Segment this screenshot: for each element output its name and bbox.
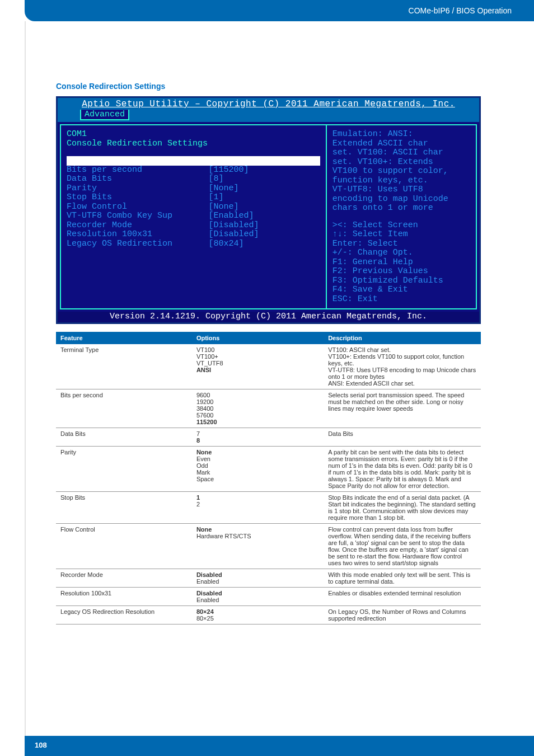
cell-options: 9600192003840057600115200 xyxy=(192,389,324,428)
bios-setting-row[interactable]: Parity[None] xyxy=(67,184,320,194)
bios-port: COM1 xyxy=(67,130,320,139)
bios-setting-row[interactable]: Resolution 100x31[Disabled] xyxy=(67,230,320,240)
bios-settings-pane: COM1 Console Redirection Settings Termin… xyxy=(60,124,327,309)
bios-setting-label: Stop Bits xyxy=(67,193,209,203)
cell-feature: Stop Bits xyxy=(56,492,192,524)
bios-setting-label: Legacy OS Redirection xyxy=(67,240,209,249)
bios-setting-row[interactable]: Stop Bits[1] xyxy=(67,193,320,203)
table-row: Resolution 100x31DisabledEnabledEnables … xyxy=(56,588,481,606)
bios-setting-row[interactable]: Terminal Type[ANSI] xyxy=(67,156,320,166)
col-options: Options xyxy=(192,332,324,344)
cell-description: On Legacy OS, the Number of Rows and Col… xyxy=(324,606,481,624)
bios-setting-label: Bits per second xyxy=(67,166,209,175)
bios-key-hint: ↑↓: Select Item xyxy=(332,230,470,240)
table-row: Flow ControlNoneHardware RTS/CTSFlow con… xyxy=(56,524,481,569)
bios-key-hint: ESC: Exit xyxy=(332,295,470,304)
bios-setting-value: [None] xyxy=(209,184,320,194)
bios-key-hint: F1: General Help xyxy=(332,258,470,267)
page-header: COMe-bIP6 / BIOS Operation xyxy=(25,0,534,21)
table-row: ParityNoneEvenOddMarkSpaceA parity bit c… xyxy=(56,447,481,492)
cell-feature: Terminal Type xyxy=(56,344,192,389)
cell-options: DisabledEnabled xyxy=(192,588,324,606)
left-margin-rule xyxy=(25,21,26,756)
cell-description: Selects serial port transmission speed. … xyxy=(324,389,481,428)
bios-setting-label: Resolution 100x31 xyxy=(67,230,209,240)
bios-help-line: Emulation: ANSI: xyxy=(332,130,470,139)
cell-description: With this mode enabled only text will be… xyxy=(324,569,481,588)
bios-help-line: encoding to map Unicode xyxy=(332,195,470,204)
bios-setting-value: [Disabled] xyxy=(209,221,320,231)
cell-description: Flow control can prevent data loss from … xyxy=(324,524,481,569)
cell-feature: Parity xyxy=(56,447,192,492)
bios-setting-value: [115200] xyxy=(209,166,320,175)
bios-key-hint: F3: Optimized Defaults xyxy=(332,276,470,286)
bios-title: Aptio Setup Utility – Copyright (C) 2011… xyxy=(58,98,479,109)
bios-help-line: VT100 to support color, xyxy=(332,167,470,176)
bios-tab-advanced[interactable]: Advanced xyxy=(80,110,129,120)
bios-setting-label: Recorder Mode xyxy=(67,221,209,231)
bios-setting-row[interactable]: Flow Control[None] xyxy=(67,203,320,212)
table-row: Legacy OS Redirection Resolution80×2480×… xyxy=(56,606,481,624)
bios-footer: Version 2.14.1219. Copyright (C) 2011 Am… xyxy=(58,312,479,322)
section-title: Console Redirection Settings xyxy=(56,82,481,91)
bios-help-line: set. VT100: ASCII char xyxy=(332,148,470,158)
cell-description: Stop Bits indicate the end of a serial d… xyxy=(324,492,481,524)
bios-setting-value: [ANSI] xyxy=(209,156,320,166)
bios-setting-row[interactable]: Recorder Mode[Disabled] xyxy=(67,221,320,231)
cell-options: 12 xyxy=(192,492,324,524)
bios-key-hint: Enter: Select xyxy=(332,240,470,249)
table-row: Terminal TypeVT100VT100+VT_UTF8ANSIVT100… xyxy=(56,344,481,389)
bios-setting-label: VT-UTF8 Combo Key Sup xyxy=(67,212,209,221)
page-number: 108 xyxy=(25,736,534,756)
bios-help-line: set. VT100+: Extends xyxy=(332,158,470,167)
cell-description: VT100: ASCII char set. VT100+: Extends V… xyxy=(324,344,481,389)
cell-options: 78 xyxy=(192,428,324,447)
bios-help-line: function keys, etc. xyxy=(332,176,470,186)
table-row: Stop Bits12Stop Bits indicate the end of… xyxy=(56,492,481,524)
bios-setting-row[interactable]: Data Bits[8] xyxy=(67,175,320,184)
bios-setting-label: Flow Control xyxy=(67,203,209,212)
col-feature: Feature xyxy=(56,332,192,344)
bios-setting-value: [None] xyxy=(209,203,320,212)
bios-setting-value: [Enabled] xyxy=(209,212,320,221)
bios-setting-label: Terminal Type xyxy=(67,156,209,166)
bios-help-line: chars onto 1 or more xyxy=(332,204,470,213)
cell-description: Data Bits xyxy=(324,428,481,447)
table-row: Recorder ModeDisabledEnabledWith this mo… xyxy=(56,569,481,588)
bios-setting-value: [80x24] xyxy=(209,240,320,249)
cell-feature: Data Bits xyxy=(56,428,192,447)
feature-table: Feature Options Description Terminal Typ… xyxy=(56,332,481,624)
cell-feature: Resolution 100x31 xyxy=(56,588,192,606)
bios-help-pane: Emulation: ANSI:Extended ASCII charset. … xyxy=(327,124,477,309)
cell-feature: Recorder Mode xyxy=(56,569,192,588)
cell-feature: Flow Control xyxy=(56,524,192,569)
bios-setting-row[interactable]: Bits per second[115200] xyxy=(67,166,320,175)
bios-key-hint: F2: Previous Values xyxy=(332,267,470,276)
bios-key-hint: +/-: Change Opt. xyxy=(332,248,470,258)
cell-feature: Legacy OS Redirection Resolution xyxy=(56,606,192,624)
cell-options: VT100VT100+VT_UTF8ANSI xyxy=(192,344,324,389)
cell-options: DisabledEnabled xyxy=(192,569,324,588)
bios-help-line: Extended ASCII char xyxy=(332,139,470,149)
cell-options: NoneEvenOddMarkSpace xyxy=(192,447,324,492)
col-description: Description xyxy=(324,332,481,344)
bios-setting-row[interactable]: VT-UTF8 Combo Key Sup[Enabled] xyxy=(67,212,320,221)
cell-options: NoneHardware RTS/CTS xyxy=(192,524,324,569)
bios-key-hint: F4: Save & Exit xyxy=(332,285,470,295)
bios-setting-row[interactable]: Legacy OS Redirection[80x24] xyxy=(67,240,320,249)
bios-setting-label: Data Bits xyxy=(67,175,209,184)
cell-description: A parity bit can be sent with the data b… xyxy=(324,447,481,492)
bios-key-hint: ><: Select Screen xyxy=(332,221,470,231)
bios-subtitle: Console Redirection Settings xyxy=(67,139,320,149)
cell-feature: Bits per second xyxy=(56,389,192,428)
bios-help-line: VT-UTF8: Uses UTF8 xyxy=(332,185,470,195)
bios-setting-value: [1] xyxy=(209,193,320,203)
table-row: Bits per second9600192003840057600115200… xyxy=(56,389,481,428)
bios-tabs: Advanced xyxy=(58,109,479,122)
table-row: Data Bits78Data Bits xyxy=(56,428,481,447)
breadcrumb: COMe-bIP6 / BIOS Operation xyxy=(409,6,512,15)
bios-setting-value: [Disabled] xyxy=(209,230,320,240)
bios-setting-value: [8] xyxy=(209,175,320,184)
bios-screenshot: Aptio Setup Utility – Copyright (C) 2011… xyxy=(56,96,481,324)
bios-setting-label: Parity xyxy=(67,184,209,194)
